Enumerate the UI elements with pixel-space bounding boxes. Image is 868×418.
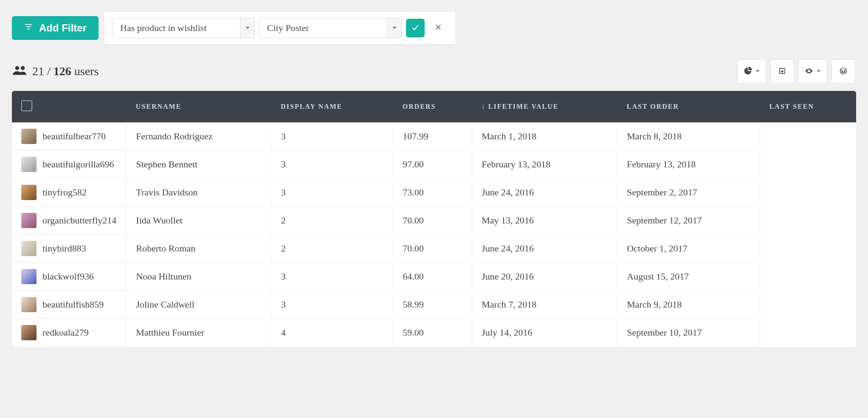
avatar bbox=[21, 241, 37, 256]
cell-last-seen: February 13, 2018 bbox=[617, 150, 760, 178]
export-button[interactable] bbox=[770, 59, 794, 83]
cell-last-seen: September 10, 2017 bbox=[617, 319, 760, 347]
total-count: 126 bbox=[54, 65, 71, 78]
cell-ltv: 97.00 bbox=[393, 150, 472, 178]
avatar bbox=[21, 297, 37, 312]
filter-field-dropdown[interactable]: Has product in wishlist bbox=[112, 18, 255, 38]
summary-text: 21 / 126 users bbox=[13, 65, 99, 78]
cell-username: blackwolf936 bbox=[12, 263, 126, 291]
table-row[interactable]: beautifulgorilla696Stephen Bennett397.00… bbox=[12, 150, 856, 178]
username-text: tinybird883 bbox=[42, 243, 86, 254]
cell-last-order: May 13, 2016 bbox=[472, 206, 617, 234]
cell-last-order: June 20, 2016 bbox=[472, 263, 617, 291]
username-text: tinyfrog582 bbox=[42, 187, 87, 198]
avatar bbox=[21, 325, 37, 340]
table-header-row: USERNAME DISPLAY NAME ORDERS ↓LIFETIME V… bbox=[12, 91, 856, 122]
cell-last-seen: March 9, 2018 bbox=[617, 291, 760, 319]
cell-ltv: 73.00 bbox=[393, 178, 472, 206]
cell-username: redkoala279 bbox=[12, 319, 126, 347]
summary-unit: users bbox=[74, 65, 99, 78]
svg-point-0 bbox=[15, 66, 19, 70]
cell-last-order: June 24, 2016 bbox=[472, 178, 617, 206]
pie-chart-icon bbox=[744, 67, 752, 76]
table-row[interactable]: beautifulfish859Joline Caldwell358.99Mar… bbox=[12, 291, 856, 319]
cell-display-name: Matthieu Fournier bbox=[127, 319, 271, 347]
table-row[interactable]: redkoala279Matthieu Fournier459.00July 1… bbox=[12, 319, 856, 347]
chevron-down-icon[interactable] bbox=[240, 18, 254, 38]
filter-card: Has product in wishlist City Poster bbox=[104, 12, 455, 44]
chevron-down-icon bbox=[817, 68, 821, 75]
cell-last-order: March 7, 2018 bbox=[472, 291, 617, 319]
table-row[interactable]: beautifulbear770Fernando Rodriguez3107.9… bbox=[12, 122, 856, 150]
globe-icon bbox=[839, 67, 848, 76]
cell-display-name: Fernando Rodriguez bbox=[127, 122, 271, 150]
add-filter-label: Add Filter bbox=[39, 22, 87, 34]
eye-icon bbox=[805, 67, 813, 76]
cell-orders: 3 bbox=[271, 150, 393, 178]
cell-orders: 3 bbox=[271, 263, 393, 291]
cell-last-seen: September 12, 2017 bbox=[617, 206, 760, 234]
cell-username: organicbutterfly214 bbox=[12, 206, 126, 234]
filter-value-dropdown[interactable]: City Poster bbox=[259, 18, 402, 38]
cell-orders: 3 bbox=[271, 178, 393, 206]
cell-ltv: 58.99 bbox=[393, 291, 472, 319]
cell-last-order: June 24, 2016 bbox=[472, 234, 617, 263]
cell-ltv: 64.00 bbox=[393, 263, 472, 291]
remove-filter-button[interactable] bbox=[429, 19, 448, 37]
table-row[interactable]: tinybird883Roberto Roman270.00June 24, 2… bbox=[12, 234, 856, 263]
col-lifetime-value[interactable]: ↓LIFETIME VALUE bbox=[472, 91, 617, 122]
cell-orders: 4 bbox=[271, 319, 393, 347]
col-username[interactable]: USERNAME bbox=[127, 91, 271, 122]
filter-value-value: City Poster bbox=[259, 18, 387, 38]
table-row[interactable]: tinyfrog582Travis Davidson373.00June 24,… bbox=[12, 178, 856, 206]
cell-display-name: Stephen Bennett bbox=[127, 150, 271, 178]
username-text: beautifulgorilla696 bbox=[42, 159, 114, 170]
cell-username: tinyfrog582 bbox=[12, 178, 126, 206]
cell-display-name: Iida Wuollet bbox=[127, 206, 271, 234]
sort-desc-icon: ↓ bbox=[482, 103, 486, 110]
username-text: beautifulfish859 bbox=[42, 299, 104, 310]
avatar bbox=[21, 269, 37, 284]
cell-ltv: 70.00 bbox=[393, 234, 472, 263]
view-tools bbox=[737, 59, 855, 83]
cell-last-seen: September 2, 2017 bbox=[617, 178, 760, 206]
avatar bbox=[21, 157, 37, 172]
cell-display-name: Travis Davidson bbox=[127, 178, 271, 206]
col-orders[interactable]: ORDERS bbox=[393, 91, 472, 122]
cell-ltv: 70.00 bbox=[393, 206, 472, 234]
table-row[interactable]: blackwolf936Nooa Hiltunen364.00June 20, … bbox=[12, 263, 856, 291]
close-icon bbox=[434, 23, 442, 34]
globe-button[interactable] bbox=[831, 59, 855, 83]
chevron-down-icon[interactable] bbox=[387, 18, 401, 38]
cell-ltv: 59.00 bbox=[393, 319, 472, 347]
select-all-header[interactable] bbox=[12, 91, 127, 122]
toolbar: Add Filter Has product in wishlist City … bbox=[12, 12, 856, 44]
avatar bbox=[21, 129, 37, 144]
table-row[interactable]: organicbutterfly214Iida Wuollet270.00May… bbox=[12, 206, 856, 234]
visibility-button[interactable] bbox=[798, 59, 827, 83]
col-last-order[interactable]: LAST ORDER bbox=[617, 91, 760, 122]
chart-view-button[interactable] bbox=[737, 59, 766, 83]
col-last-seen[interactable]: LAST SEEN bbox=[760, 91, 856, 122]
svg-point-1 bbox=[21, 66, 25, 70]
add-filter-button[interactable]: Add Filter bbox=[12, 16, 99, 40]
check-icon bbox=[411, 23, 420, 33]
cell-orders: 3 bbox=[271, 291, 393, 319]
chevron-down-icon bbox=[755, 68, 760, 75]
username-text: organicbutterfly214 bbox=[42, 215, 116, 226]
cell-display-name: Joline Caldwell bbox=[127, 291, 271, 319]
avatar bbox=[21, 185, 37, 200]
cell-last-seen: October 1, 2017 bbox=[617, 234, 760, 263]
users-table: USERNAME DISPLAY NAME ORDERS ↓LIFETIME V… bbox=[12, 91, 856, 347]
cell-username: beautifulbear770 bbox=[12, 122, 126, 150]
users-icon bbox=[13, 65, 27, 78]
cell-display-name: Roberto Roman bbox=[127, 234, 271, 263]
username-text: redkoala279 bbox=[42, 327, 89, 338]
col-display-name[interactable]: DISPLAY NAME bbox=[271, 91, 393, 122]
confirm-filter-button[interactable] bbox=[406, 19, 425, 37]
filter-field-value: Has product in wishlist bbox=[113, 18, 240, 38]
filter-icon bbox=[24, 22, 33, 34]
cell-username: beautifulgorilla696 bbox=[12, 150, 126, 178]
cell-last-order: March 1, 2018 bbox=[472, 122, 617, 150]
summary-row: 21 / 126 users bbox=[12, 59, 856, 83]
